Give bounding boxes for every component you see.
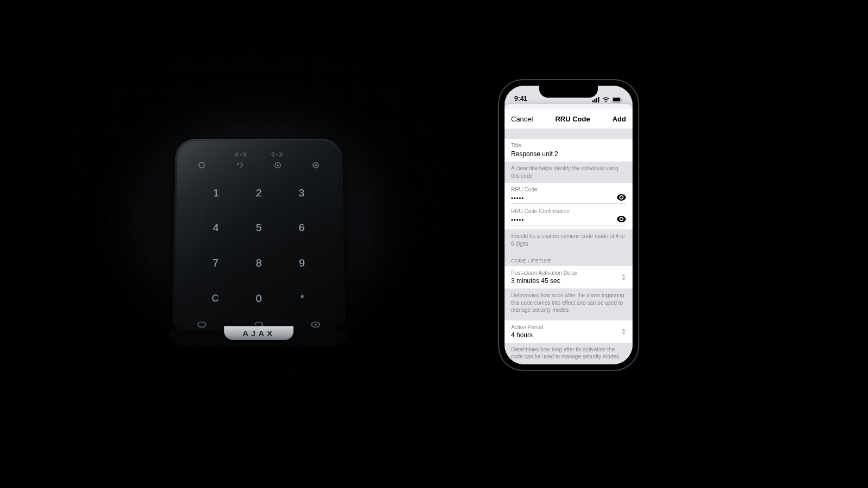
reveal-code-confirm-icon[interactable] (617, 216, 626, 223)
svg-rect-12 (613, 98, 620, 101)
status-led-x-icon (312, 162, 320, 169)
code-confirm-value[interactable]: ••••• (511, 216, 524, 223)
reveal-code-icon[interactable] (617, 194, 626, 202)
title-field-hint: A clear title helps identify the individ… (505, 162, 633, 183)
code-field-label: RRU Code (511, 187, 626, 192)
keypad-fn-target-icon[interactable] (310, 321, 321, 329)
modal-header: Cancel RRU Code Add (505, 110, 633, 129)
svg-rect-10 (598, 97, 599, 102)
selector-chevron-icon (621, 274, 626, 280)
title-field-label: Title (511, 143, 626, 149)
delay-selector[interactable]: Post-alarm Activation Delay 3 minutes 45… (505, 266, 633, 288)
status-led-target-icon (274, 162, 282, 169)
code-field-value[interactable]: ••••• (511, 195, 524, 201)
modal-scroll-body[interactable]: Title Response unit 2 A clear title help… (505, 129, 633, 364)
action-period-hint: Determines how long after its activation… (505, 343, 633, 364)
keypad-key-3[interactable]: 3 (280, 176, 323, 210)
ajax-keypad-device: ((●)) ((●)) 1 2 3 4 5 6 7 8 9 C 0 * (173, 139, 345, 339)
modal-title: RRU Code (555, 115, 590, 123)
background-crater (0, 0, 868, 488)
svg-point-6 (315, 324, 316, 325)
action-period-selector[interactable]: Action Period 4 hours (505, 320, 633, 343)
svg-point-2 (277, 164, 278, 166)
keypad-key-1[interactable]: 1 (195, 176, 238, 210)
keypad-key-star[interactable]: * (280, 281, 324, 317)
delay-label: Post-alarm Activation Delay (511, 270, 577, 276)
keypad-rf-indicators: ((●)) ((●)) (195, 152, 323, 157)
keypad-key-5[interactable]: 5 (237, 210, 280, 246)
delay-value: 3 minutes 45 sec (511, 277, 577, 285)
status-time: 9:41 (514, 95, 527, 102)
lifetime-section-header: CODE LIFETIME (505, 251, 633, 266)
action-period-label: Action Period (511, 324, 543, 330)
action-period-value: 4 hours (511, 331, 543, 339)
svg-rect-7 (592, 100, 593, 102)
code-confirm-label: RRU Code Confirmation (511, 208, 626, 214)
add-button[interactable]: Add (612, 115, 626, 123)
rf-right-icon: ((●)) (271, 152, 282, 157)
svg-rect-8 (594, 99, 595, 102)
status-led-circle-icon (198, 162, 206, 169)
svg-point-4 (198, 322, 206, 328)
wifi-icon (602, 97, 610, 102)
battery-icon (612, 97, 623, 102)
keypad-key-7[interactable]: 7 (194, 246, 237, 281)
selector-chevron-icon (621, 329, 626, 335)
modal-sheet-grabber (505, 104, 633, 110)
title-field-card[interactable]: Title Response unit 2 (505, 139, 633, 162)
keypad-fn-circle-icon[interactable] (196, 321, 207, 329)
title-field-value[interactable]: Response unit 2 (511, 150, 558, 158)
cancel-button[interactable]: Cancel (511, 115, 533, 123)
svg-point-0 (199, 163, 205, 168)
phone-notch (539, 86, 598, 98)
svg-rect-9 (596, 98, 597, 102)
keypad-key-clear[interactable]: C (193, 281, 237, 317)
keypad-key-9[interactable]: 9 (280, 246, 324, 281)
keypad-key-6[interactable]: 6 (280, 210, 323, 246)
code-field-hint: Should be a custom numeric code made of … (505, 229, 633, 251)
keypad-brand-plate: AJAX (224, 326, 293, 340)
svg-rect-13 (621, 99, 622, 101)
keypad-key-2[interactable]: 2 (238, 176, 280, 210)
keypad-key-0[interactable]: 0 (237, 281, 280, 317)
status-led-arc-icon (236, 162, 244, 169)
keypad-key-4[interactable]: 4 (194, 210, 238, 246)
cellular-icon (592, 97, 600, 102)
phone-frame: 9:41 Cancel RRU Code Add Title Response … (499, 80, 638, 370)
keypad-key-8[interactable]: 8 (237, 246, 280, 281)
delay-hint: Determines how soon after the alarm trig… (505, 288, 633, 317)
rf-left-icon: ((●)) (235, 152, 246, 157)
